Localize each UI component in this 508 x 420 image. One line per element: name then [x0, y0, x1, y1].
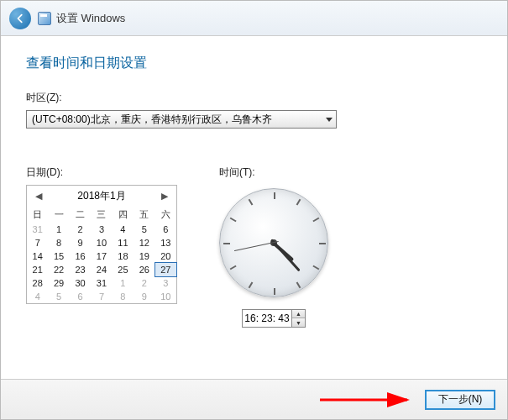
calendar-day[interactable]: 14: [27, 249, 48, 263]
time-up-button[interactable]: ▲: [292, 310, 305, 318]
calendar-day[interactable]: 7: [27, 236, 48, 249]
calendar-day[interactable]: 9: [70, 236, 91, 249]
calendar-dow: 二: [70, 207, 91, 223]
date-label: 日期(D):: [26, 165, 177, 180]
calendar-day[interactable]: 8: [48, 236, 69, 249]
calendar-day[interactable]: 25: [113, 263, 134, 276]
calendar-day[interactable]: 10: [91, 236, 112, 249]
setup-icon: [38, 12, 51, 25]
calendar-day[interactable]: 2: [70, 223, 91, 236]
calendar-dow: 一: [48, 207, 69, 223]
time-label: 时间(T):: [219, 165, 328, 180]
calendar-day[interactable]: 18: [113, 249, 134, 263]
calendar-day[interactable]: 30: [70, 276, 91, 290]
calendar-dow: 六: [155, 207, 176, 223]
time-spinner[interactable]: ▲ ▼: [242, 309, 306, 328]
calendar-day[interactable]: 12: [134, 236, 154, 249]
analog-clock: [219, 188, 328, 297]
calendar-day[interactable]: 20: [155, 249, 176, 263]
calendar-day[interactable]: 28: [27, 276, 48, 290]
calendar-day[interactable]: 4: [113, 223, 134, 236]
timezone-label: 时区(Z):: [26, 91, 482, 105]
calendar-day[interactable]: 23: [70, 263, 91, 276]
calendar-day[interactable]: 16: [70, 249, 91, 263]
annotation-arrow: [320, 390, 421, 412]
calendar-day[interactable]: 13: [155, 236, 176, 249]
calendar-dow: 五: [134, 207, 154, 223]
back-button[interactable]: [9, 8, 31, 29]
calendar-day[interactable]: 2: [134, 276, 154, 290]
calendar-day[interactable]: 6: [155, 223, 176, 236]
timezone-value: (UTC+08:00)北京，重庆，香港特别行政区，乌鲁木齐: [32, 113, 272, 127]
calendar-day[interactable]: 1: [113, 276, 134, 290]
calendar-day[interactable]: 10: [155, 290, 176, 303]
calendar-dow: 日: [27, 207, 48, 223]
calendar-day[interactable]: 3: [155, 276, 176, 290]
calendar-day[interactable]: 24: [91, 263, 112, 276]
calendar-next-button[interactable]: ▶: [158, 191, 171, 202]
calendar-day[interactable]: 22: [48, 263, 69, 276]
calendar-day[interactable]: 5: [48, 290, 69, 303]
calendar-day[interactable]: 19: [134, 249, 154, 263]
next-button[interactable]: 下一步(N): [425, 390, 495, 410]
calendar-day[interactable]: 21: [27, 263, 48, 276]
chevron-down-icon: [326, 118, 333, 122]
page-title: 查看时间和日期设置: [26, 55, 482, 72]
window-header: 设置 Windows: [1, 1, 507, 36]
arrow-left-icon: [14, 13, 26, 24]
calendar-day[interactable]: 31: [27, 223, 48, 236]
footer: 下一步(N): [1, 379, 507, 419]
calendar-day[interactable]: 17: [91, 249, 112, 263]
calendar-day[interactable]: 9: [134, 290, 154, 303]
time-input[interactable]: [243, 311, 291, 326]
calendar-day[interactable]: 27: [155, 263, 176, 276]
calendar-day[interactable]: 5: [134, 223, 154, 236]
calendar-day[interactable]: 26: [134, 263, 154, 276]
calendar-day[interactable]: 7: [91, 290, 112, 303]
calendar-dow: 四: [113, 207, 134, 223]
calendar: ◀ 2018年1月 ▶ 日一二三四五六311234567891011121314…: [26, 185, 177, 304]
calendar-day[interactable]: 15: [48, 249, 69, 263]
window-title: 设置 Windows: [56, 11, 125, 26]
calendar-dow: 三: [91, 207, 112, 223]
calendar-prev-button[interactable]: ◀: [32, 191, 45, 202]
calendar-day[interactable]: 11: [113, 236, 134, 249]
calendar-day[interactable]: 8: [113, 290, 134, 303]
timezone-select[interactable]: (UTC+08:00)北京，重庆，香港特别行政区，乌鲁木齐: [26, 110, 337, 129]
calendar-day[interactable]: 31: [91, 276, 112, 290]
content-area: 查看时间和日期设置 时区(Z): (UTC+08:00)北京，重庆，香港特别行政…: [1, 36, 507, 379]
time-down-button[interactable]: ▼: [292, 318, 305, 327]
calendar-day[interactable]: 1: [48, 223, 69, 236]
calendar-day[interactable]: 6: [70, 290, 91, 303]
calendar-day[interactable]: 29: [48, 276, 69, 290]
calendar-day[interactable]: 3: [91, 223, 112, 236]
calendar-day[interactable]: 4: [27, 290, 48, 303]
calendar-title: 2018年1月: [77, 189, 125, 203]
